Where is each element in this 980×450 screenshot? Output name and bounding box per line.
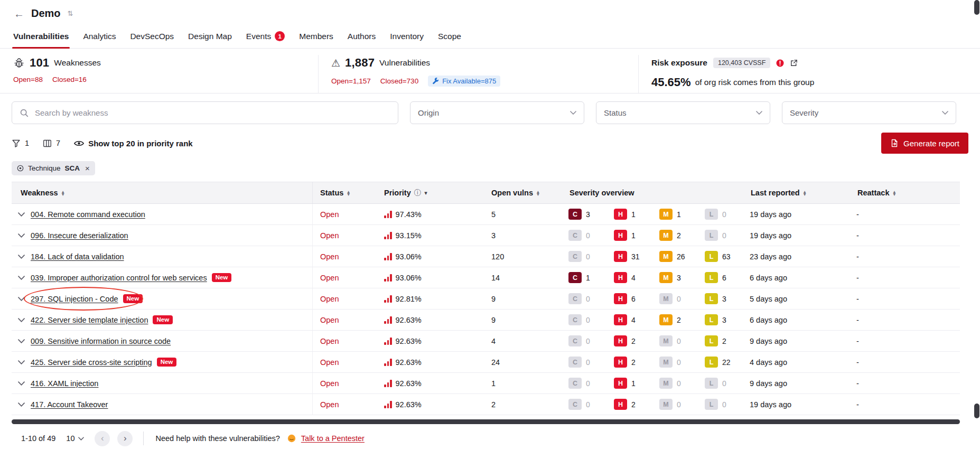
status-dropdown-label: Status	[604, 108, 627, 117]
row-expander[interactable]	[12, 204, 31, 224]
row-expander[interactable]	[12, 394, 31, 415]
generate-report-button[interactable]: Generate report	[881, 133, 968, 154]
new-badge: New	[153, 315, 173, 325]
page-size-select[interactable]: 10	[63, 432, 87, 445]
severity-group-h: H1	[614, 230, 659, 241]
search-box[interactable]	[12, 101, 398, 124]
weakness-link[interactable]: 004. Remote command execution	[31, 210, 145, 219]
tab-design-map[interactable]: Design Map	[188, 24, 232, 48]
tab-inventory[interactable]: Inventory	[390, 24, 424, 48]
group-switcher-icon[interactable]: ⇅	[68, 10, 73, 17]
severity-group-c: C0	[568, 399, 614, 410]
severity-badge-c: C	[568, 399, 582, 410]
external-link-icon[interactable]	[790, 59, 798, 67]
severity-group-m: M3	[659, 272, 705, 283]
column-header-severity-overview: Severity overview	[568, 182, 750, 203]
severity-group-l: L63	[705, 251, 750, 262]
open-vulns-value: 24	[490, 358, 568, 367]
severity-group-h: H2	[614, 357, 659, 368]
tab-label: Scope	[438, 32, 461, 41]
weakness-link[interactable]: 416. XAML injection	[31, 379, 98, 388]
status-dropdown[interactable]: Status	[596, 101, 770, 124]
previous-page-button[interactable]: ‹	[95, 431, 110, 446]
search-input[interactable]	[34, 108, 390, 118]
weakness-link[interactable]: 422. Server side template injection	[31, 316, 148, 324]
back-button[interactable]: ←	[14, 8, 24, 19]
severity-group-c: C0	[568, 230, 614, 241]
weakness-cell: 184. Lack of data validation	[31, 246, 313, 267]
severity-count-h: 1	[631, 231, 636, 240]
severity-group-m: M0	[659, 399, 705, 410]
severity-cell: C0H1M0L0	[568, 378, 750, 389]
row-expander[interactable]	[12, 310, 31, 330]
row-expander[interactable]	[12, 288, 31, 309]
tab-analytics[interactable]: Analytics	[83, 24, 116, 48]
tab-events[interactable]: Events1	[246, 24, 285, 48]
severity-count-m: 0	[677, 358, 681, 367]
reattack-value: -	[856, 316, 960, 324]
vertical-scrollbar-thumb[interactable]	[974, 0, 979, 15]
severity-dropdown[interactable]: Severity	[782, 101, 956, 124]
severity-badge-l: L	[705, 209, 718, 220]
generate-report-label: Generate report	[903, 139, 959, 148]
tab-vulnerabilities[interactable]: Vulnerabilities	[13, 24, 69, 48]
severity-badge-l: L	[705, 335, 718, 346]
weakness-link[interactable]: 425. Server side cross-site scripting	[31, 358, 152, 367]
filter-funnel-icon	[12, 139, 21, 148]
row-expander[interactable]	[12, 225, 31, 246]
row-expander[interactable]	[12, 246, 31, 267]
fix-available-badge: Fix Available=875	[428, 76, 500, 87]
table-row: 425. Server side cross-site scripting Ne…	[12, 352, 960, 373]
weakness-link[interactable]: 009. Sensitive information in source cod…	[31, 337, 171, 345]
last-reported-value: 23 days ago	[750, 252, 856, 261]
weakness-link[interactable]: 096. Insecure deserialization	[31, 231, 128, 240]
chevron-down-icon	[18, 360, 25, 364]
chip-close-icon[interactable]: ×	[85, 164, 90, 172]
reattack-value: -	[856, 379, 960, 388]
talk-to-pentester-link[interactable]: Talk to a Pentester	[301, 434, 365, 443]
column-header-last-reported[interactable]: Last reported ▴▾	[750, 182, 856, 203]
columns-toggle[interactable]: 7	[43, 139, 60, 148]
origin-dropdown[interactable]: Origin	[410, 101, 584, 124]
severity-count-c: 0	[586, 400, 590, 409]
vertical-scrollbar-thumb[interactable]	[974, 404, 979, 418]
reattack-value: -	[856, 274, 960, 282]
next-page-button[interactable]: ›	[117, 431, 133, 446]
sort-desc-active-icon: ▾	[424, 190, 427, 196]
row-expander[interactable]	[12, 352, 31, 372]
status-value: Open	[313, 358, 381, 367]
tab-members[interactable]: Members	[299, 24, 333, 48]
weakness-link[interactable]: 039. Improper authorization control for …	[31, 274, 207, 282]
horizontal-scrollbar-thumb[interactable]	[12, 419, 960, 424]
priority-bars-icon	[384, 232, 392, 239]
weakness-link[interactable]: 297. SQL injection - Code	[31, 295, 118, 303]
filters-toggle[interactable]: 1	[12, 139, 29, 148]
severity-group-l: L0	[705, 378, 750, 389]
column-header-weakness[interactable]: Weakness ▴▾	[12, 182, 313, 203]
wrench-icon	[432, 78, 439, 85]
risk-exposure-label: Risk exposure	[651, 58, 707, 68]
tab-authors[interactable]: Authors	[348, 24, 376, 48]
tab-devsecops[interactable]: DevSecOps	[130, 24, 174, 48]
row-expander[interactable]	[12, 331, 31, 351]
severity-count-c: 0	[586, 379, 590, 388]
reattack-value: -	[856, 231, 960, 240]
row-expander[interactable]	[12, 267, 31, 288]
table-body: 004. Remote command execution Open 97.43…	[12, 204, 960, 415]
severity-group-h: H2	[614, 399, 659, 410]
weakness-link[interactable]: 417. Account Takeover	[31, 400, 108, 409]
row-expander[interactable]	[12, 373, 31, 393]
severity-count-l: 2	[722, 337, 726, 345]
severity-badge-m: M	[659, 357, 673, 368]
chevron-down-icon	[18, 212, 25, 217]
severity-badge-l: L	[705, 399, 718, 410]
show-top-20-toggle[interactable]: Show top 20 in priority rank	[74, 139, 193, 148]
column-header-priority[interactable]: Priority ⓘ ▾	[381, 182, 490, 203]
column-header-open-vulns[interactable]: Open vulns ▴▾	[490, 182, 568, 203]
severity-count-h: 1	[631, 210, 636, 219]
tab-scope[interactable]: Scope	[438, 24, 461, 48]
column-header-reattack[interactable]: Reattack ▴▾	[856, 182, 960, 203]
severity-count-m: 3	[677, 274, 681, 282]
weakness-link[interactable]: 184. Lack of data validation	[31, 252, 124, 261]
column-header-status[interactable]: Status ▴▾	[313, 182, 381, 203]
